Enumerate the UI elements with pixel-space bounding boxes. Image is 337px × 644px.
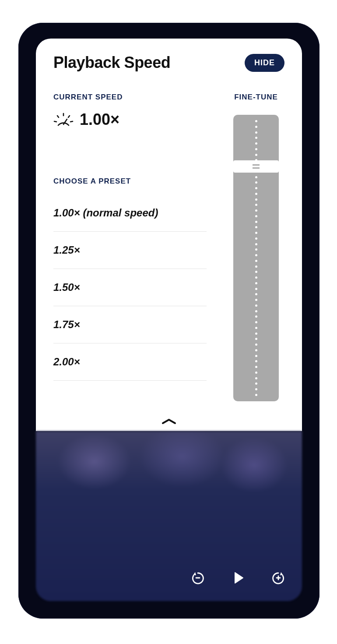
- svg-line-4: [54, 121, 56, 122]
- collapse-chevron-icon[interactable]: [161, 418, 177, 427]
- preset-item[interactable]: 1.50×: [53, 269, 207, 306]
- speedometer-icon: [53, 112, 74, 127]
- device-frame: Playback Speed HIDE CURRENT SPEED: [18, 23, 319, 619]
- preset-item[interactable]: 2.00×: [53, 343, 207, 381]
- forward-button[interactable]: [270, 569, 287, 587]
- sheet-title: Playback Speed: [53, 53, 170, 72]
- fine-tune-label: FINE-TUNE: [234, 93, 278, 102]
- preset-item[interactable]: 1.00× (normal speed): [53, 195, 207, 232]
- playback-controls: [36, 567, 302, 589]
- preset-item[interactable]: 1.25×: [53, 232, 207, 269]
- sheet-columns: CURRENT SPEED: [53, 93, 284, 401]
- presets-list: 1.00× (normal speed) 1.25× 1.50× 1.75× 2…: [53, 195, 207, 381]
- play-button[interactable]: [229, 569, 247, 587]
- preset-item[interactable]: 1.75×: [53, 306, 207, 343]
- hide-button[interactable]: HIDE: [245, 54, 284, 72]
- sheet-header: Playback Speed HIDE: [53, 53, 284, 72]
- rewind-button[interactable]: [189, 569, 207, 587]
- slider-thumb[interactable]: [233, 160, 279, 173]
- current-speed-value: 1.00×: [80, 110, 119, 129]
- sheet-right-column: FINE-TUNE: [228, 93, 284, 401]
- current-speed-row: 1.00×: [53, 110, 207, 129]
- sheet-left-column: CURRENT SPEED: [53, 93, 207, 401]
- svg-line-2: [57, 116, 59, 117]
- current-speed-label: CURRENT SPEED: [53, 93, 207, 102]
- presets-label: CHOOSE A PRESET: [53, 177, 207, 186]
- playback-speed-sheet: Playback Speed HIDE CURRENT SPEED: [36, 39, 302, 431]
- fine-tune-slider[interactable]: [233, 115, 279, 401]
- svg-line-5: [70, 121, 73, 122]
- grip-icon: [253, 164, 260, 169]
- svg-line-3: [68, 116, 70, 117]
